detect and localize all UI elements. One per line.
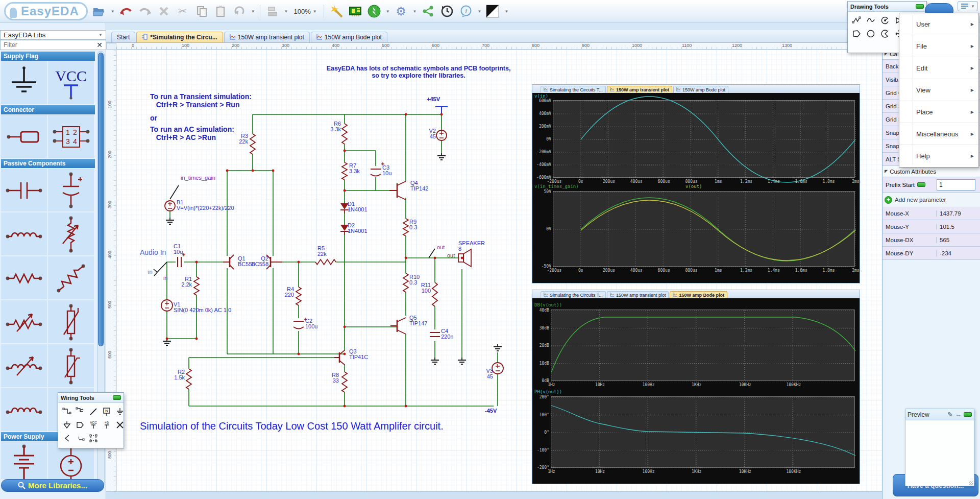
potentiometer-vertical-symbol[interactable] — [48, 212, 94, 255]
line-tool[interactable] — [88, 406, 99, 417]
delete-icon[interactable] — [156, 3, 172, 19]
vcc-symbol[interactable]: VCC — [48, 61, 94, 104]
busentry-tool[interactable] — [61, 433, 72, 444]
inductor-symbol[interactable] — [1, 212, 47, 255]
menu-item-view[interactable]: View▶ — [899, 79, 978, 101]
redo-icon[interactable] — [137, 3, 153, 19]
menu-item-place[interactable]: Place▶ — [899, 101, 978, 123]
plot-tab[interactable]: 150W amp transient plot — [607, 86, 672, 93]
plus5-tool[interactable]: +5 — [101, 419, 112, 431]
open-file-icon[interactable] — [91, 3, 107, 19]
share-icon[interactable] — [421, 3, 436, 19]
tab-150w-amp-bode-plot[interactable]: 150W amp Bode plot — [311, 32, 387, 42]
filter-input[interactable] — [4, 41, 90, 49]
tab--simulating-the-circu-[interactable]: *Simulating the Circu... — [136, 32, 223, 42]
wire-tool[interactable] — [61, 406, 72, 417]
bus-tool[interactable] — [75, 406, 86, 417]
list-menu-button[interactable]: ▼ — [958, 1, 978, 11]
zoom-select[interactable]: 100%▼ — [292, 8, 319, 15]
settings-gear-icon[interactable]: ⚙ — [394, 3, 409, 19]
run-simulation-icon[interactable] — [366, 3, 382, 19]
ground2-tool[interactable] — [61, 419, 72, 431]
y-tick-label: 100° — [540, 413, 549, 417]
ground-tool[interactable] — [114, 406, 126, 417]
add-parameter-button[interactable]: +Add new parameter — [883, 193, 980, 207]
group-tool[interactable] — [88, 433, 99, 444]
wiring-tools-minimize-icon[interactable] — [113, 395, 121, 400]
plot-area — [553, 100, 855, 178]
filter-clear-icon[interactable]: ✕ — [96, 41, 103, 49]
netport-tool[interactable] — [75, 419, 86, 431]
plot-tab[interactable]: Simulating the Circuits T... — [541, 291, 606, 298]
rheostat-symbol[interactable] — [1, 344, 47, 387]
resistor-symbol[interactable] — [1, 256, 47, 299]
resize-handle[interactable] — [969, 481, 973, 485]
rotate-icon[interactable] — [232, 3, 247, 19]
menu-item-edit[interactable]: Edit▶ — [899, 57, 978, 79]
info-icon[interactable]: i — [458, 3, 474, 19]
open-arrow-icon[interactable]: → — [955, 411, 962, 418]
theme-caret-icon[interactable]: ▼ — [504, 9, 508, 14]
menu-item-file[interactable]: File▶ — [899, 35, 978, 57]
wiring-tools-palette: Wiring Tools NVCC+51 — [58, 392, 124, 448]
variable-resistor-symbol[interactable] — [1, 300, 47, 343]
tab-start[interactable]: Start — [111, 32, 135, 42]
menu-item-user[interactable]: User▶ — [899, 13, 978, 35]
resistor-diagonal-symbol[interactable] — [48, 256, 94, 299]
prefix-start-input[interactable] — [937, 179, 975, 191]
polyline-tool[interactable] — [851, 15, 862, 26]
vcc-tool[interactable]: VCC — [88, 419, 99, 431]
info-caret-icon[interactable]: ▼ — [478, 9, 482, 14]
capacitor-symbol[interactable] — [1, 169, 47, 211]
pcb-icon[interactable] — [348, 3, 363, 19]
libs-select[interactable]: EasyEDA Libs▼ — [0, 30, 106, 40]
theme-icon[interactable] — [485, 3, 500, 19]
undo-icon[interactable] — [118, 3, 134, 19]
arc-tool[interactable] — [879, 15, 891, 26]
varistor-symbol[interactable] — [48, 300, 94, 343]
prefix-toggle-icon[interactable] — [917, 182, 925, 187]
header4-connector-symbol[interactable]: 1234 — [48, 115, 94, 158]
tab-150w-amp-transient-plot[interactable]: 150W amp transient plot — [224, 32, 310, 42]
menu-item-help[interactable]: Help▶ — [899, 145, 978, 167]
open-file-caret-icon[interactable]: ▼ — [111, 9, 115, 14]
plot-tab[interactable]: 150W amp transient plot — [607, 291, 669, 298]
polarized-capacitor-symbol[interactable] — [48, 169, 94, 211]
wizard-icon[interactable] — [329, 3, 344, 19]
history-icon[interactable] — [439, 3, 455, 19]
plug-connector-symbol[interactable] — [1, 115, 47, 158]
plot-tab[interactable]: Simulating the Circuits T... — [541, 86, 606, 93]
schematic-canvas[interactable]: R3 22kR6 3.3kR7 3.3kC3 10uD1 1N4001D2 1N… — [116, 50, 882, 491]
circle-tool[interactable] — [865, 28, 876, 39]
y-tick-label: -200mV — [536, 150, 551, 154]
coil-symbol[interactable] — [1, 388, 47, 431]
bezier-tool[interactable] — [865, 15, 876, 26]
drawing-tools-minimize-icon[interactable] — [916, 4, 924, 9]
thermistor-symbol[interactable] — [48, 344, 94, 387]
copy-icon[interactable] — [194, 3, 209, 19]
settings-caret-icon[interactable]: ▼ — [413, 9, 417, 14]
menu-item-miscellaneous[interactable]: Miscellaneous▶ — [899, 123, 978, 145]
plot-tab[interactable]: 150W amp Bode plot — [670, 291, 727, 298]
more-libraries-button[interactable]: More Libraries... — [1, 479, 104, 492]
netlabel-tool[interactable]: N — [101, 406, 112, 417]
align-caret-icon[interactable]: ▼ — [284, 9, 288, 14]
edit-pencil-icon[interactable]: ✎ — [947, 411, 953, 418]
sidebar-scroll-thumb[interactable] — [98, 53, 104, 346]
pie-tool[interactable] — [879, 28, 891, 39]
y-tick-label: -100° — [537, 448, 549, 453]
preview-minimize-icon[interactable] — [964, 412, 972, 417]
paste-icon[interactable] — [213, 3, 228, 19]
pin-tool[interactable]: 1 — [75, 433, 86, 444]
run-caret-icon[interactable]: ▼ — [386, 9, 390, 14]
battery-symbol[interactable] — [1, 442, 47, 479]
custom-attributes-header[interactable]: ◤Custom Attributes — [883, 166, 980, 177]
noconnect-tool[interactable] — [114, 419, 126, 431]
mouse-row-label: Mouse-Y — [883, 224, 937, 230]
ground-symbol[interactable] — [1, 61, 47, 104]
polygon-tool[interactable] — [851, 28, 862, 39]
cut-icon[interactable]: ✂ — [175, 3, 190, 19]
plot-tab[interactable]: 150W amp Bode plot — [673, 86, 728, 93]
align-icon[interactable] — [265, 3, 280, 19]
rotate-caret-icon[interactable]: ▼ — [251, 9, 255, 14]
